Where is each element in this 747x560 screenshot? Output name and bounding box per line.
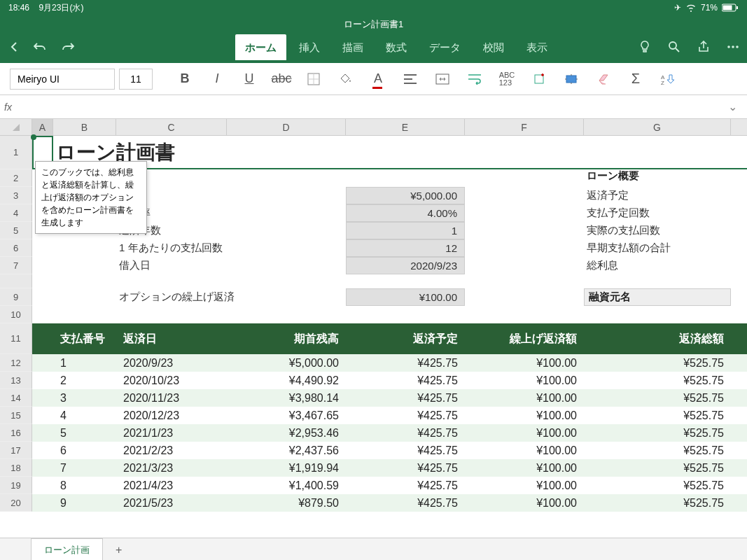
search-icon[interactable] (667, 40, 681, 54)
row-header[interactable]: 9 (0, 288, 32, 306)
cell-extra[interactable]: ¥100.00 (465, 407, 584, 424)
cell-extra[interactable]: ¥100.00 (465, 459, 584, 477)
cell-scheduled[interactable]: ¥425.75 (346, 389, 465, 407)
merge-button[interactable] (428, 67, 456, 91)
grid-row[interactable]: 7借入日2020/9/23総利息 (0, 257, 747, 274)
col-header-d[interactable]: D (227, 119, 346, 135)
cell-balance[interactable]: ¥1,400.59 (227, 477, 346, 494)
table-row[interactable]: 1982021/4/23¥1,400.59¥425.75¥100.00¥525.… (0, 477, 747, 494)
cell-total[interactable]: ¥525.75 (584, 389, 731, 407)
back-icon[interactable] (7, 40, 21, 54)
insert-cells-button[interactable] (525, 67, 553, 91)
row-header[interactable]: 5 (0, 222, 32, 239)
row-header[interactable]: 17 (0, 442, 32, 459)
cell-scheduled[interactable]: ¥425.75 (346, 424, 465, 442)
grid-row[interactable] (0, 274, 747, 288)
cell-extra[interactable]: ¥100.00 (465, 442, 584, 459)
sheet-tab[interactable]: ローン計画 (31, 538, 103, 560)
font-color-button[interactable]: A (364, 67, 392, 91)
input-value[interactable]: ¥100.00 (346, 288, 465, 306)
table-row[interactable]: 1542020/12/23¥3,467.65¥425.75¥100.00¥525… (0, 407, 747, 424)
formula-input[interactable] (24, 98, 722, 116)
cell-extra[interactable]: ¥100.00 (465, 477, 584, 494)
col-header-e[interactable]: E (346, 119, 465, 135)
sort-filter-button[interactable]: AZ (654, 67, 682, 91)
formula-expand-icon[interactable]: ⌄ (722, 100, 743, 113)
cell-total[interactable]: ¥525.75 (584, 407, 731, 424)
table-row[interactable]: 1212020/9/23¥5,000.00¥425.75¥100.00¥525.… (0, 354, 747, 372)
cell-date[interactable]: 2021/2/23 (116, 442, 227, 459)
col-header-b[interactable]: B (53, 119, 116, 135)
cell-balance[interactable]: ¥1,919.94 (227, 459, 346, 477)
cell-no[interactable]: 7 (53, 459, 116, 477)
lightbulb-icon[interactable] (638, 40, 652, 54)
share-icon[interactable] (697, 40, 711, 54)
autosum-button[interactable]: Σ (622, 67, 650, 91)
row-header[interactable]: 10 (0, 306, 32, 323)
cell-date[interactable]: 2020/10/23 (116, 372, 227, 389)
cell-extra[interactable]: ¥100.00 (465, 389, 584, 407)
cell-no[interactable]: 2 (53, 372, 116, 389)
font-name-select[interactable]: Meiryo UI (10, 69, 115, 90)
cell-no[interactable]: 4 (53, 407, 116, 424)
cell-total[interactable]: ¥525.75 (584, 494, 731, 512)
grid-row[interactable]: 10 (0, 306, 747, 323)
fill-color-button[interactable] (332, 67, 360, 91)
cell-total[interactable]: ¥525.75 (584, 372, 731, 389)
table-row[interactable]: 1432020/11/23¥3,980.14¥425.75¥100.00¥525… (0, 389, 747, 407)
table-row[interactable]: 1872021/3/23¥1,919.94¥425.75¥100.00¥525.… (0, 459, 747, 477)
cell-scheduled[interactable]: ¥425.75 (346, 407, 465, 424)
strikethrough-button[interactable]: abc (267, 67, 295, 91)
row-header[interactable]: 12 (0, 354, 32, 372)
row-header[interactable]: 16 (0, 424, 32, 442)
row-header[interactable]: 11 (0, 323, 32, 354)
col-header-c[interactable]: C (116, 119, 227, 135)
row-header[interactable]: 14 (0, 389, 32, 407)
input-value[interactable]: 4.00% (346, 204, 465, 222)
clear-button[interactable] (589, 67, 617, 91)
cell-balance[interactable]: ¥3,980.14 (227, 389, 346, 407)
table-row[interactable]: 1762021/2/23¥2,437.56¥425.75¥100.00¥525.… (0, 442, 747, 459)
tab-review[interactable]: 校閲 (473, 34, 514, 60)
undo-icon[interactable] (34, 40, 48, 54)
cell-balance[interactable]: ¥3,467.65 (227, 407, 346, 424)
cell-balance[interactable]: ¥879.50 (227, 494, 346, 512)
cell-total[interactable]: ¥525.75 (584, 424, 731, 442)
input-value[interactable]: 12 (346, 239, 465, 257)
row-header[interactable]: 6 (0, 239, 32, 257)
align-button[interactable] (396, 67, 424, 91)
cell-no[interactable]: 8 (53, 477, 116, 494)
row-header[interactable]: 4 (0, 204, 32, 222)
italic-button[interactable]: I (203, 67, 231, 91)
tab-view[interactable]: 表示 (517, 34, 557, 60)
row-header[interactable]: 2 (0, 169, 32, 187)
cell-scheduled[interactable]: ¥425.75 (346, 354, 465, 372)
bold-button[interactable]: B (171, 67, 199, 91)
row-header[interactable]: 3 (0, 187, 32, 204)
add-sheet-button[interactable]: + (106, 539, 132, 560)
cell-total[interactable]: ¥525.75 (584, 442, 731, 459)
cell-date[interactable]: 2020/9/23 (116, 354, 227, 372)
spreadsheet-grid[interactable]: A B C D E F G このブックでは、総利息と返済総額を計算し、繰上げ返済… (0, 119, 747, 560)
input-value[interactable]: 2020/9/23 (346, 257, 465, 274)
lender-label[interactable]: 融資元名 (584, 288, 731, 306)
cell-total[interactable]: ¥525.75 (584, 477, 731, 494)
cell-no[interactable]: 3 (53, 389, 116, 407)
cell-date[interactable]: 2021/4/23 (116, 477, 227, 494)
cell-extra[interactable]: ¥100.00 (465, 354, 584, 372)
col-header-f[interactable]: F (465, 119, 584, 135)
cell-size-button[interactable] (557, 67, 585, 91)
cell-scheduled[interactable]: ¥425.75 (346, 372, 465, 389)
table-row[interactable]: 1652021/1/23¥2,953.46¥425.75¥100.00¥525.… (0, 424, 747, 442)
cell-date[interactable]: 2020/12/23 (116, 407, 227, 424)
cell-balance[interactable]: ¥2,437.56 (227, 442, 346, 459)
tab-home[interactable]: ホーム (235, 34, 286, 60)
cell-date[interactable]: 2021/3/23 (116, 459, 227, 477)
row-header[interactable]: 20 (0, 494, 32, 512)
cell-scheduled[interactable]: ¥425.75 (346, 494, 465, 512)
input-value[interactable]: 1 (346, 222, 465, 239)
cell-scheduled[interactable]: ¥425.75 (346, 459, 465, 477)
cell-balance[interactable]: ¥2,953.46 (227, 424, 346, 442)
cell-extra[interactable]: ¥100.00 (465, 424, 584, 442)
row-header[interactable]: 19 (0, 477, 32, 494)
